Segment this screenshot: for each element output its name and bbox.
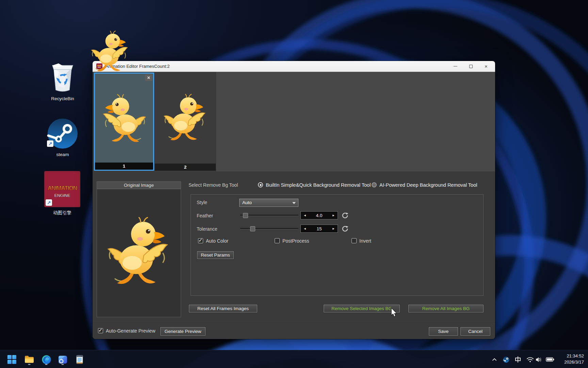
volume-icon	[536, 357, 542, 363]
tray-time: 21:34:52	[564, 353, 584, 359]
wifi-icon	[526, 357, 534, 363]
auto-generate-checkbox[interactable]: ✓	[98, 328, 103, 333]
windows-start-icon	[7, 355, 16, 364]
check-icon: ✓	[198, 237, 203, 243]
radio-ai-tool[interactable]	[372, 182, 377, 187]
shortcut-arrow-icon: ↗	[47, 140, 53, 147]
outlook-icon	[58, 355, 67, 364]
radio-builtin-tool[interactable]	[258, 182, 263, 187]
chevron-up-icon	[492, 358, 497, 361]
window-title: Animation Editor FramesCount:2	[105, 64, 170, 69]
spin-left-icon[interactable]: ◄	[301, 227, 309, 230]
tolerance-slider-track[interactable]	[240, 228, 298, 229]
frame-thumbnail-1[interactable]: × 1	[94, 73, 154, 171]
frames-strip: × 1 2	[93, 72, 495, 171]
frame-number: 2	[155, 164, 216, 171]
running-indicator	[28, 364, 31, 365]
generate-preview-button[interactable]: Generate Preview	[160, 327, 206, 336]
battery-icon	[546, 357, 554, 362]
spin-right-icon[interactable]: ►	[329, 214, 338, 217]
notepad-icon	[75, 355, 84, 364]
feather-label: Feather	[197, 213, 213, 218]
desktop: RecycleBin ↗ steam ANIMATION ENGINE ↗ 动图…	[0, 0, 588, 368]
shortcut-arrow-icon: ↗	[46, 199, 52, 206]
minimize-icon	[454, 66, 457, 66]
tray-steam[interactable]	[501, 354, 511, 365]
cancel-button[interactable]: Cancel	[460, 327, 490, 336]
postprocess-label[interactable]: PostProcess	[282, 238, 309, 244]
desktop-icon-animation-engine[interactable]: ANIMATION ENGINE ↗ 动图引擎	[44, 171, 80, 217]
taskbar-edge[interactable]	[39, 353, 53, 366]
radio-builtin-label[interactable]: BuiltIn Simple&Quick Background Removal …	[266, 182, 371, 188]
spin-right-icon[interactable]: ►	[329, 227, 338, 230]
auto-color-label[interactable]: Auto Color	[206, 238, 228, 244]
desktop-icon-steam[interactable]: ↗ steam	[46, 118, 79, 160]
tray-chevron-up[interactable]	[490, 354, 499, 365]
frame-close-button[interactable]: ×	[145, 74, 152, 81]
reset-params-button[interactable]: Reset Params	[197, 251, 234, 259]
tray-wifi[interactable]	[525, 354, 535, 365]
tray-battery[interactable]	[544, 354, 555, 365]
chevron-down-icon	[292, 202, 296, 204]
running-indicator	[62, 364, 64, 365]
duck-original-image	[107, 216, 170, 287]
tool-select-label: Select Remove Bg Tool	[189, 182, 238, 188]
frames-strip-empty-area	[216, 72, 495, 171]
invert-checkbox[interactable]	[352, 238, 357, 243]
auto-generate-label[interactable]: Auto-Generate Preview	[106, 328, 156, 334]
maximize-button[interactable]	[463, 61, 478, 72]
edge-icon	[42, 355, 51, 364]
remove-selected-bg-button[interactable]: Remove Selected Images BG	[324, 305, 400, 312]
radio-ai-label[interactable]: AI-Powered Deep Background Removal Tool	[379, 182, 477, 188]
recycle-bin-icon	[46, 59, 80, 94]
reset-all-frames-button[interactable]: Reset All Frames Images	[189, 305, 257, 312]
window-titlebar[interactable]: Animation Editor FramesCount:2	[93, 61, 495, 72]
feather-spinner: ◄ 4.0 ►	[300, 211, 338, 219]
feather-slider-thumb[interactable]	[243, 213, 248, 218]
check-icon: ✓	[98, 327, 103, 333]
taskbar-file-explorer[interactable]	[22, 353, 36, 366]
tray-date: 2026/3/17	[564, 359, 584, 365]
tolerance-label: Tolerance	[197, 226, 217, 232]
frame-number: 1	[95, 163, 153, 170]
animation-editor-window: Animation Editor FramesCount:2 × × 1 2	[93, 61, 495, 339]
desktop-icon-label: steam	[34, 152, 92, 157]
running-indicator	[45, 364, 48, 365]
postprocess-checkbox[interactable]	[275, 238, 280, 243]
style-label: Style	[197, 200, 207, 205]
close-icon: ×	[485, 64, 488, 69]
footer-separator	[93, 323, 495, 323]
feather-reset-icon[interactable]	[342, 212, 348, 219]
taskbar-outlook[interactable]	[56, 353, 69, 366]
tolerance-value: 15	[309, 226, 329, 231]
desktop-icon-label: RecycleBin	[34, 96, 92, 101]
svg-text:ANIMATION: ANIMATION	[48, 185, 77, 191]
taskbar-clock[interactable]: 21:34:52 2026/3/17	[564, 353, 584, 365]
desktop-icon-recycle-bin[interactable]: RecycleBin	[46, 59, 80, 103]
tray-volume[interactable]	[535, 354, 543, 365]
spin-left-icon[interactable]: ◄	[301, 214, 309, 217]
frame-thumbnail-2[interactable]: 2	[155, 73, 216, 171]
feather-slider-track[interactable]	[240, 215, 298, 216]
taskbar: 中	[0, 350, 588, 368]
steam-tray-icon	[503, 356, 509, 363]
tolerance-reset-icon[interactable]	[342, 225, 348, 232]
duck-frame-1	[101, 93, 147, 144]
ime-zh-icon	[514, 356, 522, 363]
close-button[interactable]: ×	[478, 61, 494, 72]
minimize-button[interactable]	[448, 61, 463, 72]
taskbar-notepad[interactable]	[73, 353, 86, 366]
style-value: Auto	[242, 200, 252, 205]
style-dropdown[interactable]: Auto	[239, 199, 298, 207]
start-button[interactable]	[5, 353, 19, 366]
params-panel: Style Auto Feather ◄ 4.0 ► Tolerance	[191, 194, 484, 296]
remove-all-bg-button[interactable]: Remove All Images BG	[408, 305, 484, 312]
original-image-panel: Original Image	[97, 181, 181, 317]
app-icon	[96, 63, 102, 70]
save-button[interactable]: Save	[429, 327, 458, 336]
feather-value: 4.0	[309, 213, 329, 218]
tray-ime-indicator[interactable]: 中	[513, 354, 523, 365]
tolerance-slider-thumb[interactable]	[250, 226, 255, 231]
auto-color-checkbox[interactable]: ✓	[198, 238, 203, 243]
invert-label[interactable]: Invert	[359, 238, 371, 244]
